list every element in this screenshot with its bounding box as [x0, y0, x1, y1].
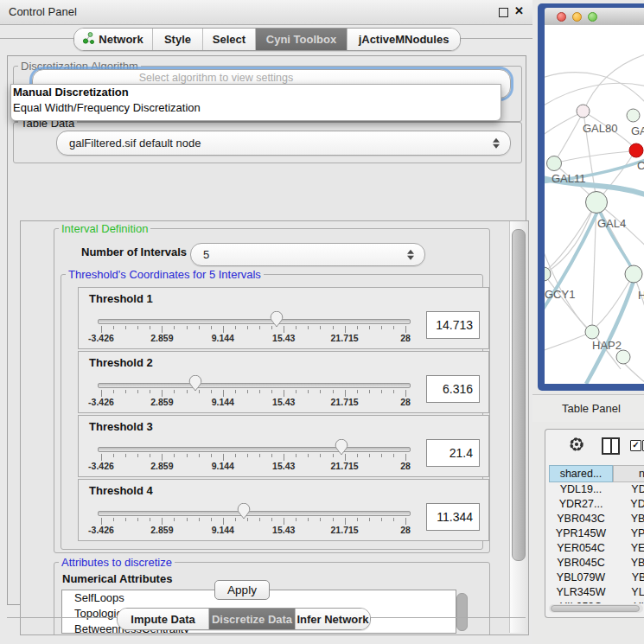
close-traffic-light-icon[interactable]: [557, 12, 566, 22]
network-edge: [623, 362, 644, 384]
tick-mark: [199, 454, 200, 457]
algorithm-dropdown-menu: Manual DiscretizationEqual Width/Frequen…: [10, 84, 501, 121]
tick-mark: [357, 390, 358, 393]
slider-track[interactable]: [98, 447, 411, 452]
slider-tick-labels: -3.4262.8599.14415.4321.71528: [101, 333, 405, 343]
threshold-value-field[interactable]: 21.4: [426, 439, 480, 467]
tick-mark: [235, 326, 236, 329]
tick-mark: [320, 454, 321, 457]
slider-track[interactable]: [98, 319, 411, 324]
network-node[interactable]: [616, 350, 630, 364]
tick-mark: [137, 390, 138, 393]
column-header-shared[interactable]: shared...: [549, 465, 613, 482]
number-of-intervals-label: Number of Intervals: [81, 245, 187, 258]
top-tab-bar: NetworkStyleSelectCyni ToolboxjActiveMNo…: [73, 28, 461, 51]
tick-mark: [308, 326, 309, 329]
table-row[interactable]: YLR345WYLR3: [549, 584, 644, 599]
table-row[interactable]: YBR043CYBR0: [549, 512, 644, 526]
tick-mark: [393, 454, 394, 457]
tick-mark: [369, 390, 370, 393]
number-of-intervals-combobox[interactable]: 5: [190, 243, 425, 266]
tick-mark: [187, 454, 188, 457]
tab-infer-network[interactable]: Infer Network: [295, 609, 370, 629]
table-row[interactable]: YDR27...YDR2: [549, 497, 644, 512]
table-row[interactable]: YIL053CYIL0: [549, 599, 644, 603]
network-node[interactable]: [577, 105, 590, 118]
table-row[interactable]: YPR145WYPR1: [549, 526, 644, 541]
network-edge: [545, 334, 588, 352]
network-node[interactable]: [625, 265, 642, 283]
table-cell: YDL1: [613, 482, 644, 497]
tab-impute-data[interactable]: Impute Data: [118, 609, 208, 629]
slider-track[interactable]: [98, 511, 411, 516]
split-columns-icon[interactable]: [602, 437, 620, 455]
tick-label: -3.426: [88, 525, 114, 535]
tick-mark: [333, 454, 334, 457]
table-row[interactable]: YER054CYER0: [549, 541, 644, 556]
network-node[interactable]: [585, 325, 599, 339]
tab-discretize-data[interactable]: Discretize Data: [208, 609, 295, 629]
settings-scroll-area: Interval Definition Number of Intervals …: [20, 220, 529, 635]
table-cell: YBL079W: [549, 570, 613, 584]
table-row[interactable]: YDL19...YDL1: [549, 482, 644, 497]
threshold-value-field[interactable]: 14.713: [426, 311, 480, 339]
tab-network[interactable]: Network: [74, 29, 152, 50]
zoom-traffic-light-icon[interactable]: [588, 12, 597, 22]
gear-icon[interactable]: [568, 436, 585, 456]
tab-style[interactable]: Style: [152, 29, 202, 50]
network-graph: GAL80GACGAL11GAL4GCY1HHAP2: [545, 25, 644, 384]
network-edge: [545, 83, 644, 108]
tick-mark: [271, 326, 272, 329]
threshold-value-field[interactable]: 11.344: [426, 503, 480, 531]
tick-mark: [101, 518, 102, 525]
tick-mark: [284, 390, 284, 397]
thresholds-group-title: Threshold's Coordinates for 5 Intervals: [66, 268, 264, 281]
tick-mark: [137, 326, 138, 329]
tick-mark: [381, 454, 382, 457]
numerical-attributes-label: Numerical Attributes: [62, 572, 172, 585]
cyni-toolbox-panel: Discretization Algorithm Table Data galF…: [7, 55, 526, 605]
number-of-intervals-value: 5: [203, 244, 209, 265]
network-canvas[interactable]: GAL80GACGAL11GAL4GCY1HHAP2: [545, 25, 644, 384]
checkbox-icon[interactable]: ✓: [630, 440, 641, 451]
menu-item-manual-discretization[interactable]: Manual Discretization: [11, 85, 501, 100]
network-node[interactable]: [586, 192, 608, 214]
tick-label: 2.859: [150, 397, 173, 407]
float-window-icon[interactable]: [499, 8, 508, 17]
column-header-na[interactable]: na: [613, 465, 644, 482]
network-node[interactable]: [629, 143, 643, 157]
network-node[interactable]: [547, 156, 562, 171]
menu-item-equal-width-frequency-discretization[interactable]: Equal Width/Frequency Discretization: [11, 100, 501, 116]
network-node[interactable]: [627, 109, 640, 122]
threshold-value-field[interactable]: 6.316: [426, 375, 480, 403]
network-edge: [554, 151, 631, 163]
minimize-traffic-light-icon[interactable]: [572, 12, 582, 22]
network-edge: [545, 274, 588, 329]
attributes-scrollbar-thumb[interactable]: [456, 593, 468, 631]
control-panel-title: Control Panel: [9, 5, 77, 18]
tick-label: 2.859: [150, 333, 173, 343]
tab-jactivemnodules[interactable]: jActiveMNodules: [347, 29, 460, 50]
combo-stepper-icon: [407, 249, 415, 260]
slider-ticks: [101, 326, 405, 333]
tab-select[interactable]: Select: [202, 29, 255, 50]
apply-button[interactable]: Apply: [214, 580, 270, 600]
interval-definition-title: Interval Definition: [59, 222, 150, 235]
table-row[interactable]: YBR045CYBR0: [549, 555, 644, 570]
slider-ticks: [101, 518, 405, 525]
network-node[interactable]: [545, 267, 551, 281]
tick-mark: [381, 390, 382, 393]
tick-mark: [211, 518, 212, 521]
tick-mark: [187, 518, 188, 521]
horizontal-scrollbar-track[interactable]: [549, 604, 643, 613]
close-icon[interactable]: ✕: [514, 4, 524, 17]
vertical-scrollbar-thumb[interactable]: [512, 229, 526, 561]
table-cell: YPR145W: [549, 526, 613, 541]
tick-mark: [405, 518, 406, 525]
slider-track[interactable]: [98, 383, 411, 388]
table-data-combobox[interactable]: galFiltered.sif default node: [56, 131, 511, 156]
tab-cyni-toolbox[interactable]: Cyni Toolbox: [255, 29, 347, 50]
table-row[interactable]: YBL079WYBL0: [549, 570, 644, 584]
horizontal-scrollbar-thumb[interactable]: [551, 605, 640, 612]
tick-mark: [393, 518, 394, 521]
